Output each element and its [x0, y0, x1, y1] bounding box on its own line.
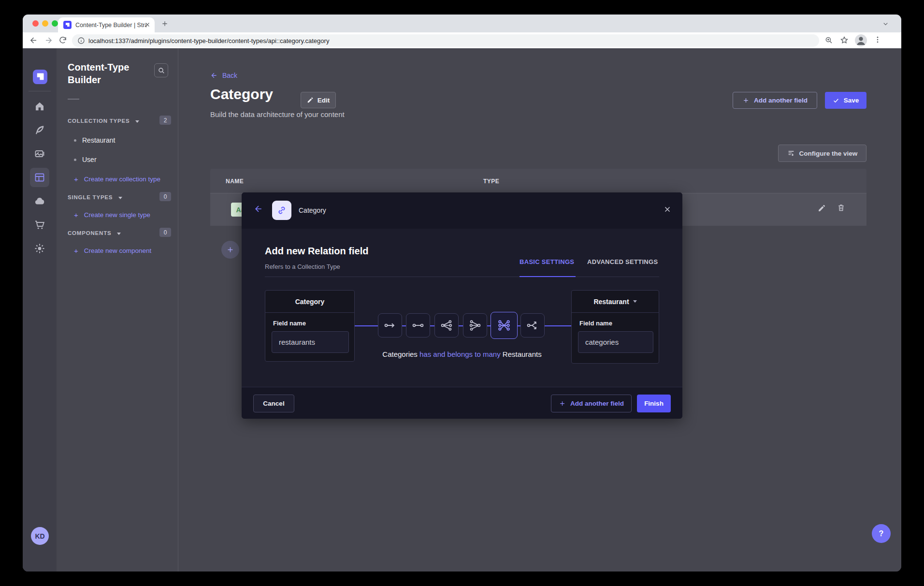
sidebar-section-single-types[interactable]: SINGLE TYPES — [68, 192, 122, 201]
relation-one-way-button[interactable] — [378, 313, 402, 337]
delete-field-trash-icon[interactable] — [837, 204, 845, 212]
relation-many-to-one-button[interactable] — [463, 313, 487, 337]
user-avatar[interactable]: KD — [31, 527, 49, 545]
tab-basic-settings[interactable]: BASIC SETTINGS — [520, 258, 574, 265]
source-field-label: Field name — [273, 320, 306, 327]
finish-button[interactable]: Finish — [637, 395, 671, 412]
create-collection-type-link[interactable]: + Create new collection type — [74, 175, 160, 183]
content-type-builder-active-tile[interactable] — [30, 168, 49, 187]
modal-back-arrow-icon[interactable] — [254, 204, 263, 214]
add-field-circle-button[interactable] — [221, 241, 239, 259]
relation-modal: Category Add new Relation field Refers t… — [242, 192, 682, 419]
column-type: TYPE — [483, 178, 499, 185]
relation-one-to-one-button[interactable] — [406, 313, 430, 337]
forward-nav-icon[interactable] — [44, 36, 53, 45]
many-way-icon — [526, 319, 539, 332]
one-to-many-icon — [440, 319, 453, 332]
plus-icon — [559, 400, 566, 407]
cloud-icon[interactable] — [34, 195, 45, 207]
active-tab-underline — [520, 276, 576, 277]
plus-icon — [742, 97, 750, 104]
minimize-window-button[interactable] — [42, 20, 48, 27]
browser-window: Content-Type Builder | Strapi localhost:… — [23, 15, 901, 571]
target-field-label: Field name — [579, 320, 612, 327]
one-way-icon — [384, 319, 396, 332]
site-info-icon[interactable] — [77, 37, 85, 44]
relation-many-way-button[interactable] — [520, 313, 545, 337]
modal-header: Category — [242, 192, 682, 229]
tab-close-icon[interactable] — [144, 21, 151, 28]
new-tab-button[interactable] — [161, 20, 169, 28]
help-button[interactable]: ? — [872, 524, 891, 543]
add-another-field-button[interactable]: Add another field — [733, 92, 817, 109]
edit-field-pencil-icon[interactable] — [818, 204, 826, 212]
modal-title: Add new Relation field — [265, 246, 368, 257]
pencil-icon — [307, 97, 314, 103]
strapi-logo[interactable] — [33, 70, 47, 84]
nav-rail: KD — [23, 48, 57, 571]
tab-search-chevron-icon[interactable] — [882, 20, 889, 28]
content-manager-feather-icon[interactable] — [34, 124, 45, 136]
marketplace-cart-icon[interactable] — [34, 219, 45, 231]
sidebar-item-restaurant[interactable]: Restaurant — [74, 136, 115, 144]
page-title: Category — [210, 86, 273, 103]
fields-table-header: NAME TYPE — [210, 169, 866, 193]
create-component-link[interactable]: + Create new component — [74, 247, 151, 255]
sidebar-section-collection-types[interactable]: COLLECTION TYPES — [68, 116, 139, 125]
bookmark-star-icon[interactable] — [840, 36, 849, 44]
url-text[interactable]: localhost:1337/admin/plugins/content-typ… — [88, 37, 329, 44]
browser-tab[interactable]: Content-Type Builder | Strapi — [58, 17, 155, 32]
edit-button[interactable]: Edit — [301, 92, 336, 108]
plus-icon: + — [74, 175, 78, 183]
sidebar-item-user[interactable]: User — [74, 156, 97, 163]
relation-many-to-many-button[interactable] — [491, 312, 518, 339]
plus-icon — [226, 246, 234, 254]
tab-strip: Content-Type Builder | Strapi — [23, 15, 901, 32]
save-button[interactable]: Save — [825, 92, 866, 109]
relation-one-to-many-button[interactable] — [434, 313, 459, 337]
relation-link-icon — [272, 201, 291, 220]
plus-icon: + — [74, 247, 78, 255]
browser-menu-icon[interactable] — [873, 35, 882, 44]
browser-profile-avatar[interactable] — [855, 34, 867, 46]
reload-icon[interactable] — [58, 36, 67, 44]
chevron-down-icon — [633, 300, 637, 303]
back-nav-icon[interactable] — [29, 36, 38, 45]
chevron-down-icon — [135, 120, 139, 123]
rail-divider — [29, 91, 51, 91]
create-single-type-link[interactable]: + Create new single type — [74, 211, 150, 219]
tabs-divider — [265, 277, 659, 277]
modal-footer: Cancel Add another field Finish — [242, 387, 682, 419]
target-collection-dropdown[interactable]: Restaurant — [572, 291, 659, 313]
sidebar-section-components[interactable]: COMPONENTS — [68, 228, 121, 237]
zoom-window-button[interactable] — [52, 20, 58, 27]
many-to-many-icon — [497, 319, 511, 332]
sidebar: Content-Type Builder COLLECTION TYPES 2 … — [57, 48, 178, 571]
strapi-favicon — [63, 21, 72, 29]
check-icon — [833, 97, 839, 104]
sidebar-title: Content-Type Builder — [68, 61, 150, 86]
modal-close-icon[interactable] — [663, 205, 672, 214]
chevron-down-icon — [117, 233, 121, 235]
cancel-button[interactable]: Cancel — [253, 395, 294, 412]
search-button[interactable] — [154, 63, 168, 77]
components-count-badge: 0 — [159, 228, 171, 237]
configure-view-button[interactable]: Configure the view — [778, 145, 866, 162]
modal-add-another-field-button[interactable]: Add another field — [551, 395, 632, 412]
home-icon[interactable] — [34, 101, 45, 112]
relation-sentence: Categories has and belongs to many Resta… — [242, 350, 682, 358]
page-subtitle: Build the data architecture of your cont… — [210, 110, 345, 118]
close-window-button[interactable] — [32, 20, 39, 27]
modal-subtitle: Refers to a Collection Type — [265, 263, 340, 270]
tab-advanced-settings[interactable]: ADVANCED SETTINGS — [587, 258, 658, 265]
browser-toolbar: localhost:1337/admin/plugins/content-typ… — [23, 32, 901, 48]
many-to-one-icon — [469, 319, 481, 332]
plus-icon: + — [74, 211, 78, 219]
settings-gear-icon[interactable] — [34, 243, 45, 254]
zoom-page-icon[interactable] — [824, 36, 833, 44]
media-library-icon[interactable] — [34, 148, 45, 160]
url-bar[interactable]: localhost:1337/admin/plugins/content-typ… — [72, 34, 819, 47]
strapi-app: KD Content-Type Builder COLLECTION TYPES… — [23, 48, 901, 571]
back-link[interactable]: Back — [210, 72, 237, 79]
tab-title: Content-Type Builder | Strapi — [75, 22, 147, 29]
